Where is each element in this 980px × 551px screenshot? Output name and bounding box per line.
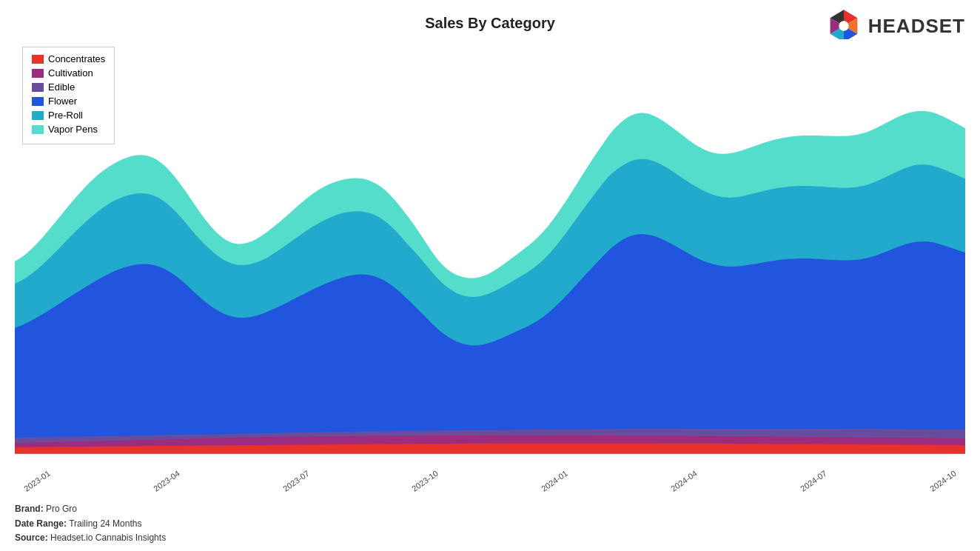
chart-title: Sales By Category xyxy=(15,15,965,32)
brand-label: Brand: xyxy=(15,504,44,514)
date-range-value: Trailing 24 Months xyxy=(69,518,141,529)
x-label-2023-04: 2023-04 xyxy=(152,469,181,493)
brand-value: Pro Gro xyxy=(46,504,77,514)
x-label-2024-07: 2024-07 xyxy=(799,469,828,493)
legend-label-vaporpens: Vapor Pens xyxy=(48,124,98,135)
source-label: Source: xyxy=(15,532,48,543)
svg-point-7 xyxy=(839,21,848,30)
footer-date-range: Date Range: Trailing 24 Months xyxy=(15,517,166,531)
legend-label-flower: Flower xyxy=(48,96,77,107)
x-label-2024-01: 2024-01 xyxy=(540,469,569,493)
legend-color-preroll xyxy=(32,111,44,120)
x-label-2024-10: 2024-10 xyxy=(928,469,958,493)
legend-item-preroll: Pre-Roll xyxy=(32,110,105,121)
footer-source: Source: Headset.io Cannabis Insights xyxy=(15,531,166,545)
chart-area: Concentrates Cultivation Edible Flower P… xyxy=(15,39,965,454)
legend-color-vaporpens xyxy=(32,125,44,134)
source-value: Headset.io Cannabis Insights xyxy=(50,532,166,543)
footer-info: Brand: Pro Gro Date Range: Trailing 24 M… xyxy=(15,502,166,545)
legend-color-flower xyxy=(32,97,44,106)
legend-item-flower: Flower xyxy=(32,96,105,107)
legend-color-edible xyxy=(32,83,44,92)
legend-label-preroll: Pre-Roll xyxy=(48,110,83,121)
x-axis-labels: 2023-01 2023-04 2023-07 2023-10 2024-01 … xyxy=(15,480,965,495)
legend-item-vaporpens: Vapor Pens xyxy=(32,124,105,135)
x-label-2023-10: 2023-10 xyxy=(410,469,440,493)
x-label-2023-01: 2023-01 xyxy=(22,469,52,493)
footer-brand: Brand: Pro Gro xyxy=(15,502,166,516)
chart-svg xyxy=(15,39,965,454)
legend-color-cultivation xyxy=(32,69,44,78)
logo-text: HEADSET xyxy=(868,15,965,38)
date-range-label: Date Range: xyxy=(15,518,67,529)
x-label-2023-07: 2023-07 xyxy=(281,469,311,493)
legend-label-concentrates: Concentrates xyxy=(48,53,105,64)
legend-item-concentrates: Concentrates xyxy=(32,53,105,64)
chart-container: HEADSET Sales By Category Concentrates C… xyxy=(0,0,980,551)
legend-label-edible: Edible xyxy=(48,81,75,93)
legend-color-concentrates xyxy=(32,55,44,64)
chart-legend: Concentrates Cultivation Edible Flower P… xyxy=(22,47,115,144)
legend-item-cultivation: Cultivation xyxy=(32,67,105,79)
x-label-2024-04: 2024-04 xyxy=(669,469,699,493)
legend-item-edible: Edible xyxy=(32,81,105,93)
legend-label-cultivation: Cultivation xyxy=(48,67,93,79)
